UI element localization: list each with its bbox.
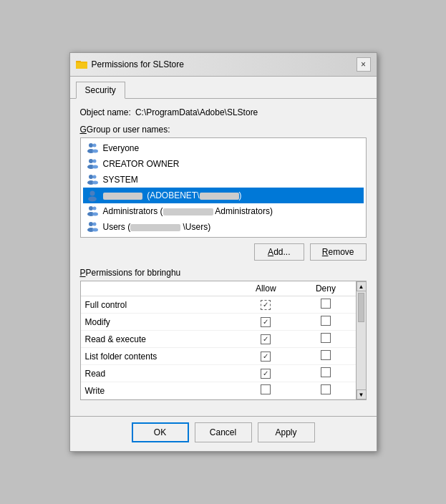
table-row: Read bbox=[81, 365, 356, 382]
permissions-header: PPermissions for bbringhu bbox=[80, 268, 367, 278]
bottom-button-row: OK Cancel Apply bbox=[70, 416, 377, 451]
checkbox-deny-write[interactable] bbox=[321, 384, 331, 394]
remove-button[interactable]: Remove bbox=[310, 243, 367, 261]
svg-point-7 bbox=[92, 150, 98, 153]
tab-security[interactable]: Security bbox=[76, 82, 125, 99]
group-name-admins: Administrators ( Administrators) bbox=[103, 206, 273, 216]
checkbox-allow-fullcontrol[interactable] bbox=[261, 300, 271, 310]
perm-deny-write[interactable] bbox=[296, 382, 355, 399]
perm-allow-readexecute[interactable] bbox=[236, 331, 296, 348]
title-bar-left: Permissions for SLStore bbox=[76, 59, 184, 70]
checkbox-allow-modify[interactable] bbox=[261, 317, 271, 327]
perm-allow-listfolder[interactable] bbox=[236, 348, 296, 365]
group-list[interactable]: Everyone CREATOR OWNER bbox=[80, 137, 367, 238]
perm-deny-read[interactable] bbox=[296, 365, 355, 382]
users-icon-5 bbox=[86, 220, 99, 233]
dialog-title: Permissions for SLStore bbox=[92, 59, 184, 69]
svg-point-25 bbox=[92, 228, 98, 232]
checkbox-allow-listfolder[interactable] bbox=[261, 352, 271, 362]
object-name-label: Object name: bbox=[80, 107, 131, 117]
cancel-button[interactable]: Cancel bbox=[195, 422, 252, 442]
perm-allow-modify[interactable] bbox=[236, 314, 296, 331]
group-item-system[interactable]: SYSTEM bbox=[83, 172, 364, 188]
svg-point-16 bbox=[89, 191, 94, 196]
users-icon-3 bbox=[86, 173, 99, 186]
svg-point-18 bbox=[89, 206, 93, 210]
svg-point-15 bbox=[92, 181, 98, 185]
perm-allow-write[interactable] bbox=[236, 382, 296, 399]
checkbox-allow-readexecute[interactable] bbox=[261, 334, 271, 344]
permissions-dialog: Permissions for SLStore × Security Objec… bbox=[69, 52, 377, 452]
group-name-adobenet: (ADOBENET\ ) bbox=[103, 190, 242, 200]
group-name-creator: CREATOR OWNER bbox=[103, 159, 180, 169]
dialog-content: Object name: C:\ProgramData\Adobe\SLStor… bbox=[70, 99, 377, 416]
checkbox-deny-listfolder[interactable] bbox=[321, 350, 331, 360]
checkbox-deny-fullcontrol[interactable] bbox=[321, 299, 331, 309]
svg-rect-3 bbox=[76, 63, 87, 69]
scrollbar-thumb[interactable] bbox=[358, 293, 364, 322]
perm-name-listfolder: List folder contents bbox=[81, 348, 236, 365]
permissions-table-wrapper: Allow Deny Full control bbox=[80, 281, 367, 400]
ok-button[interactable]: OK bbox=[132, 422, 189, 442]
perm-allow-read[interactable] bbox=[236, 365, 296, 382]
perm-allow-fullcontrol[interactable] bbox=[236, 296, 296, 314]
table-row: Modify bbox=[81, 314, 356, 331]
permissions-section: PPermissions for bbringhu Allow Deny Ful… bbox=[80, 268, 367, 400]
scroll-up-arrow[interactable]: ▲ bbox=[357, 281, 367, 291]
scroll-down-arrow[interactable]: ▼ bbox=[357, 389, 367, 399]
group-item-creator[interactable]: CREATOR OWNER bbox=[83, 156, 364, 172]
checkbox-allow-read[interactable] bbox=[261, 369, 271, 379]
perm-deny-readexecute[interactable] bbox=[296, 331, 355, 348]
add-button[interactable]: Add... bbox=[254, 243, 304, 261]
svg-point-8 bbox=[89, 159, 93, 163]
permissions-table: Allow Deny Full control bbox=[81, 281, 356, 399]
svg-point-22 bbox=[89, 222, 93, 226]
folder-icon bbox=[76, 59, 87, 70]
users-icon bbox=[86, 142, 99, 155]
svg-point-21 bbox=[92, 213, 98, 216]
checkbox-deny-read[interactable] bbox=[321, 367, 331, 377]
svg-point-20 bbox=[92, 207, 96, 210]
group-section-label: GGroup or user names: bbox=[80, 125, 367, 135]
perm-name-modify: Modify bbox=[81, 314, 236, 331]
svg-point-4 bbox=[89, 143, 93, 147]
group-item-users[interactable]: Users ( \Users) bbox=[83, 219, 364, 235]
col-permission bbox=[81, 281, 236, 296]
perm-deny-modify[interactable] bbox=[296, 314, 355, 331]
perm-name-write: Write bbox=[81, 382, 236, 399]
title-bar: Permissions for SLStore × bbox=[70, 53, 377, 77]
users-icon-4 bbox=[86, 205, 99, 218]
users-icon-2 bbox=[86, 158, 99, 170]
svg-point-12 bbox=[89, 175, 93, 179]
user-icon-single bbox=[86, 189, 99, 202]
group-name-everyone: Everyone bbox=[103, 143, 140, 153]
svg-point-17 bbox=[88, 197, 97, 202]
group-name-system: SYSTEM bbox=[103, 175, 138, 185]
table-row: Read & execute bbox=[81, 331, 356, 348]
group-name-users: Users ( \Users) bbox=[103, 222, 211, 232]
svg-point-10 bbox=[92, 160, 96, 163]
scrollbar[interactable]: ▲ ▼ bbox=[356, 281, 366, 399]
group-item-everyone[interactable]: Everyone bbox=[83, 140, 364, 156]
object-path: C:\ProgramData\Adobe\SLStore bbox=[135, 107, 258, 117]
col-allow: Allow bbox=[236, 281, 296, 296]
perm-deny-fullcontrol[interactable] bbox=[296, 296, 355, 314]
table-row: List folder contents bbox=[81, 348, 356, 365]
svg-point-24 bbox=[92, 223, 96, 226]
checkbox-deny-readexecute[interactable] bbox=[321, 333, 331, 343]
tab-bar: Security bbox=[70, 77, 377, 99]
table-row: Write bbox=[81, 382, 356, 399]
svg-point-11 bbox=[92, 165, 98, 169]
object-name-row: Object name: C:\ProgramData\Adobe\SLStor… bbox=[80, 107, 367, 117]
svg-point-14 bbox=[92, 175, 96, 179]
perm-name-readexecute: Read & execute bbox=[81, 331, 236, 348]
checkbox-deny-modify[interactable] bbox=[321, 316, 331, 326]
apply-button[interactable]: Apply bbox=[258, 422, 315, 442]
perm-deny-listfolder[interactable] bbox=[296, 348, 355, 365]
group-item-admins[interactable]: Administrators ( Administrators) bbox=[83, 203, 364, 219]
col-deny: Deny bbox=[296, 281, 355, 296]
perm-name-fullcontrol: Full control bbox=[81, 296, 236, 314]
group-item-adobenet[interactable]: (ADOBENET\ ) bbox=[83, 188, 364, 203]
checkbox-allow-write[interactable] bbox=[261, 384, 271, 394]
close-button[interactable]: × bbox=[357, 57, 371, 72]
